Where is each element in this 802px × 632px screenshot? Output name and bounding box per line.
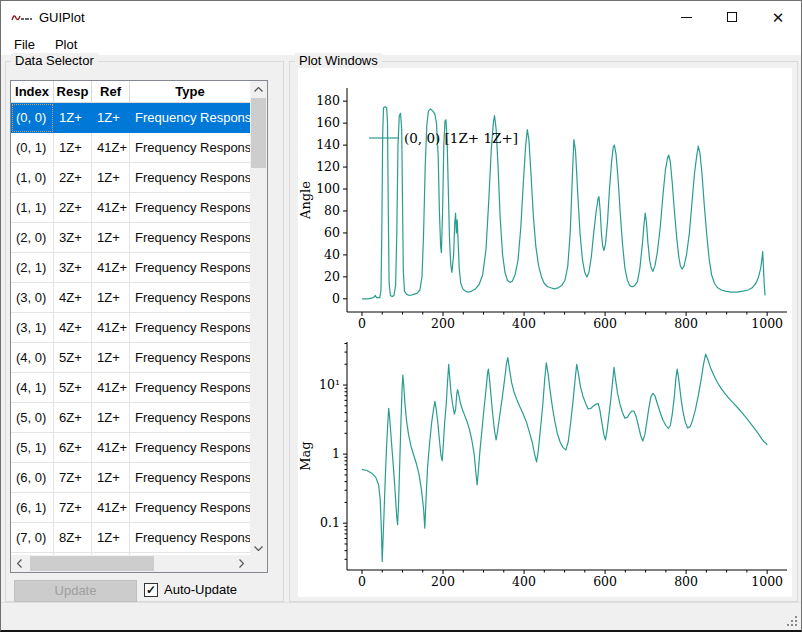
table-cell[interactable]: 41Z+ bbox=[92, 253, 130, 283]
horizontal-scroll-thumb[interactable] bbox=[30, 556, 154, 571]
table-cell[interactable]: 41Z+ bbox=[92, 133, 130, 163]
table-cell[interactable]: 1Z+ bbox=[92, 343, 130, 373]
table-cell[interactable]: 7Z+ bbox=[54, 463, 92, 493]
table-cell[interactable]: (5, 1) bbox=[11, 433, 54, 463]
scroll-up-arrow[interactable] bbox=[250, 81, 267, 98]
menu-file[interactable]: File bbox=[4, 35, 45, 54]
table-cell[interactable]: (7, 0) bbox=[11, 523, 54, 553]
table-cell[interactable]: (4, 0) bbox=[11, 343, 54, 373]
table-cell[interactable]: 1Z+ bbox=[92, 523, 130, 553]
table-cell[interactable]: Frequency Response Function bbox=[130, 373, 250, 403]
table-cell[interactable]: Frequency Response Function bbox=[130, 283, 250, 313]
table-row[interactable]: (3, 0)4Z+1Z+Frequency Response Function bbox=[11, 283, 250, 313]
table-cell[interactable]: Frequency Response Function bbox=[130, 403, 250, 433]
table-cell[interactable]: Frequency Response Function bbox=[130, 193, 250, 223]
table-cell[interactable]: Frequency Response Function bbox=[130, 163, 250, 193]
table-cell[interactable]: 1Z+ bbox=[92, 223, 130, 253]
table-cell[interactable]: 4Z+ bbox=[54, 313, 92, 343]
svg-text:1000: 1000 bbox=[751, 316, 783, 331]
table-cell[interactable]: 41Z+ bbox=[92, 313, 130, 343]
table-row[interactable]: (1, 0)2Z+1Z+Frequency Response Function bbox=[11, 163, 250, 193]
column-header-type[interactable]: Type bbox=[130, 81, 250, 102]
table-cell[interactable]: (2, 1) bbox=[11, 253, 54, 283]
table-row[interactable]: (0, 1)1Z+41Z+Frequency Response Function bbox=[11, 133, 250, 163]
table-row[interactable]: (0, 0)1Z+1Z+Frequency Response Function bbox=[11, 103, 250, 133]
table-cell[interactable]: (0, 1) bbox=[11, 133, 54, 163]
update-button[interactable]: Update bbox=[14, 580, 137, 602]
svg-text:100: 100 bbox=[316, 181, 340, 196]
table-cell[interactable]: 5Z+ bbox=[54, 373, 92, 403]
table-cell[interactable]: 8Z+ bbox=[54, 523, 92, 553]
table-cell[interactable]: (5, 0) bbox=[11, 403, 54, 433]
table-cell[interactable]: (4, 1) bbox=[11, 373, 54, 403]
close-button[interactable]: ✕ bbox=[755, 1, 801, 33]
vertical-scrollbar[interactable] bbox=[250, 81, 267, 557]
table-cell[interactable]: Frequency Response Function bbox=[130, 493, 250, 523]
table-cell[interactable]: 1Z+ bbox=[54, 103, 92, 133]
table-cell[interactable]: 7Z+ bbox=[54, 493, 92, 523]
maximize-button[interactable] bbox=[709, 1, 755, 33]
table-cell[interactable]: 6Z+ bbox=[54, 433, 92, 463]
table-cell[interactable]: Frequency Response Function bbox=[130, 433, 250, 463]
table-cell[interactable]: Frequency Response Function bbox=[130, 223, 250, 253]
menu-plot[interactable]: Plot bbox=[45, 35, 87, 54]
auto-update-checkbox[interactable]: ✓ bbox=[144, 583, 158, 597]
table-row[interactable]: (3, 1)4Z+41Z+Frequency Response Function bbox=[11, 313, 250, 343]
table-row[interactable]: (4, 0)5Z+1Z+Frequency Response Function bbox=[11, 343, 250, 373]
auto-update-label[interactable]: Auto-Update bbox=[164, 582, 237, 597]
table-cell[interactable]: 41Z+ bbox=[92, 433, 130, 463]
table-cell[interactable]: 1Z+ bbox=[92, 283, 130, 313]
column-header-resp[interactable]: Resp bbox=[54, 81, 92, 102]
table-row[interactable]: (6, 0)7Z+1Z+Frequency Response Function bbox=[11, 463, 250, 493]
table-cell[interactable]: 41Z+ bbox=[92, 193, 130, 223]
table-cell[interactable]: 6Z+ bbox=[54, 403, 92, 433]
table-row[interactable]: (5, 1)6Z+41Z+Frequency Response Function bbox=[11, 433, 250, 463]
table-row[interactable]: (5, 0)6Z+1Z+Frequency Response Function bbox=[11, 403, 250, 433]
table-cell[interactable]: 1Z+ bbox=[54, 133, 92, 163]
table-cell[interactable]: 2Z+ bbox=[54, 193, 92, 223]
table-cell[interactable]: 2Z+ bbox=[54, 163, 92, 193]
table-cell[interactable]: (0, 0) bbox=[11, 103, 54, 133]
resize-grip-icon[interactable] bbox=[785, 614, 798, 627]
table-cell[interactable]: (6, 1) bbox=[11, 493, 54, 523]
column-header-ref[interactable]: Ref bbox=[92, 81, 130, 102]
table-cell[interactable]: 1Z+ bbox=[92, 403, 130, 433]
table-cell[interactable]: Frequency Response Function bbox=[130, 343, 250, 373]
svg-text:20: 20 bbox=[324, 269, 340, 284]
table-cell[interactable]: Frequency Response Function bbox=[130, 253, 250, 283]
table-cell[interactable]: (1, 0) bbox=[11, 163, 54, 193]
table-row[interactable]: (2, 0)3Z+1Z+Frequency Response Function bbox=[11, 223, 250, 253]
table-row[interactable]: (4, 1)5Z+41Z+Frequency Response Function bbox=[11, 373, 250, 403]
table-cell[interactable]: (3, 0) bbox=[11, 283, 54, 313]
table-cell[interactable]: 5Z+ bbox=[54, 343, 92, 373]
table-cell[interactable]: 1Z+ bbox=[92, 463, 130, 493]
table-row[interactable]: (1, 1)2Z+41Z+Frequency Response Function bbox=[11, 193, 250, 223]
table-cell[interactable]: 1Z+ bbox=[92, 163, 130, 193]
table-cell[interactable]: Frequency Response Function bbox=[130, 313, 250, 343]
scroll-right-arrow[interactable] bbox=[233, 555, 250, 572]
checkmark-icon: ✓ bbox=[146, 583, 156, 597]
table-cell[interactable]: Frequency Response Function bbox=[130, 133, 250, 163]
table-row[interactable]: (6, 1)7Z+41Z+Frequency Response Function bbox=[11, 493, 250, 523]
table-cell[interactable]: (2, 0) bbox=[11, 223, 54, 253]
table-cell[interactable]: 4Z+ bbox=[54, 283, 92, 313]
table-cell[interactable]: Frequency Response Function bbox=[130, 523, 250, 553]
column-header-index[interactable]: Index bbox=[11, 81, 54, 102]
table-cell[interactable]: (1, 1) bbox=[11, 193, 54, 223]
scroll-left-arrow[interactable] bbox=[11, 555, 28, 572]
vertical-scroll-thumb[interactable] bbox=[251, 98, 266, 168]
table-row[interactable]: (7, 0)8Z+1Z+Frequency Response Function bbox=[11, 523, 250, 553]
table-row[interactable]: (2, 1)3Z+41Z+Frequency Response Function bbox=[11, 253, 250, 283]
table-cell[interactable]: 3Z+ bbox=[54, 223, 92, 253]
table-cell[interactable]: 1Z+ bbox=[92, 103, 130, 133]
table-cell[interactable]: 41Z+ bbox=[92, 493, 130, 523]
table-cell[interactable]: Frequency Response Function bbox=[130, 463, 250, 493]
table-cell[interactable]: (6, 0) bbox=[11, 463, 54, 493]
table-cell[interactable]: (3, 1) bbox=[11, 313, 54, 343]
table-cell[interactable]: 3Z+ bbox=[54, 253, 92, 283]
table-cell[interactable]: Frequency Response Function bbox=[130, 103, 250, 133]
minimize-button[interactable] bbox=[663, 1, 709, 33]
svg-text:400: 400 bbox=[512, 316, 536, 331]
horizontal-scrollbar[interactable] bbox=[11, 555, 250, 572]
table-cell[interactable]: 41Z+ bbox=[92, 373, 130, 403]
